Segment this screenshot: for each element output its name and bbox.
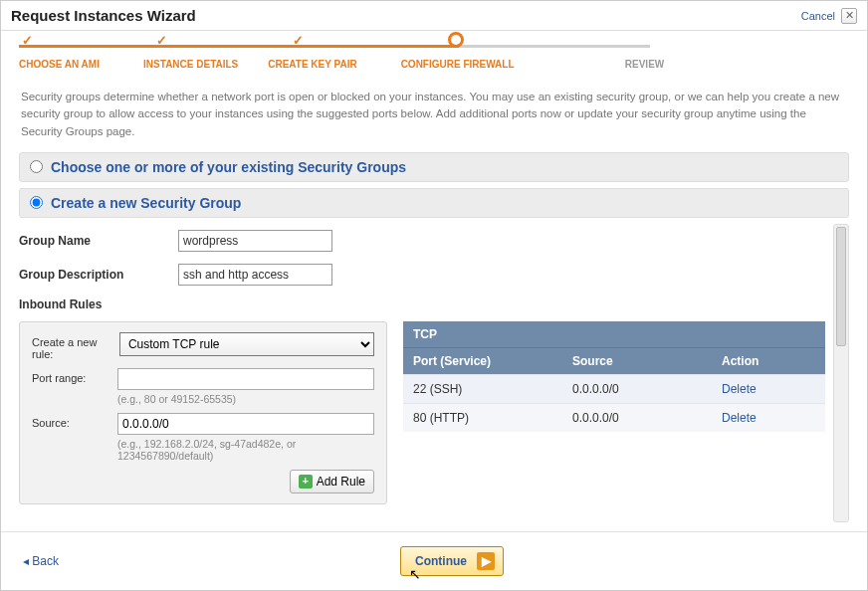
step-instance-details[interactable]: ✓ INSTANCE DETAILS xyxy=(143,41,238,70)
group-name-input[interactable] xyxy=(178,230,332,252)
inbound-rules-heading: Inbound Rules xyxy=(19,292,825,321)
wizard-dialog: Request Instances Wizard Cancel ✕ ✓ CHOO… xyxy=(0,0,868,591)
label-group-name: Group Name xyxy=(19,234,178,248)
cancel-link[interactable]: Cancel xyxy=(801,10,835,22)
cell-action: Delete xyxy=(712,404,825,432)
arrow-right-icon: ▶ xyxy=(477,552,495,570)
step-create-key-pair[interactable]: ✓ CREATE KEY PAIR xyxy=(268,41,356,70)
continue-label: Continue xyxy=(415,554,467,568)
row-group-name: Group Name xyxy=(19,224,825,258)
step-choose-ami[interactable]: ✓ CHOOSE AN AMI xyxy=(19,41,100,70)
scrollbar-thumb[interactable] xyxy=(836,227,846,346)
step-review[interactable]: REVIEW xyxy=(625,41,664,70)
wizard-stepper: ✓ CHOOSE AN AMI ✓ INSTANCE DETAILS ✓ CRE… xyxy=(19,41,849,81)
cell-source: 0.0.0.0/0 xyxy=(562,404,712,432)
cell-port: 22 (SSH) xyxy=(403,375,562,403)
description-text: Security groups determine whether a netw… xyxy=(1,81,867,152)
col-action-header: Action xyxy=(712,348,825,374)
body-area: Group Name Group Description Inbound Rul… xyxy=(19,224,849,504)
plus-icon: + xyxy=(299,475,313,489)
check-icon: ✓ xyxy=(293,33,304,48)
check-icon: ✓ xyxy=(156,33,167,48)
back-link[interactable]: ◂ Back xyxy=(23,554,59,568)
cell-port: 80 (HTTP) xyxy=(403,404,562,432)
delete-link[interactable]: Delete xyxy=(722,411,757,425)
new-rule-form: Create a new rule: Custom TCP rule Port … xyxy=(19,321,387,504)
port-hint: (e.g., 80 or 49152-65535) xyxy=(117,393,374,405)
rules-table-header: TCP Port (Service) Source Action xyxy=(403,321,825,374)
dialog-title: Request Instances Wizard xyxy=(11,7,196,24)
radio-existing[interactable] xyxy=(30,160,43,173)
row-group-desc: Group Description xyxy=(19,258,825,292)
section-create-label: Create a new Security Group xyxy=(51,195,241,211)
close-icon[interactable]: ✕ xyxy=(841,8,857,24)
label-group-desc: Group Description xyxy=(19,268,178,282)
label-source: Source: xyxy=(32,413,117,429)
cell-action: Delete xyxy=(712,375,825,403)
inbound-columns: Create a new rule: Custom TCP rule Port … xyxy=(19,321,825,504)
add-rule-button[interactable]: + Add Rule xyxy=(290,470,374,493)
current-step-icon xyxy=(448,32,464,48)
source-hint: (e.g., 192.168.2.0/24, sg-47ad482e, or 1… xyxy=(117,438,374,462)
wizard-footer: ◂ Back Continue ▶ xyxy=(1,531,867,590)
cell-source: 0.0.0.0/0 xyxy=(562,375,712,403)
check-icon: ✓ xyxy=(22,33,33,48)
table-row: 80 (HTTP)0.0.0.0/0Delete xyxy=(403,403,825,432)
rules-protocol-header: TCP xyxy=(403,321,825,348)
col-port-header: Port (Service) xyxy=(403,348,562,374)
label-port-range: Port range: xyxy=(32,368,117,384)
add-rule-label: Add Rule xyxy=(317,475,365,489)
group-desc-input[interactable] xyxy=(178,264,332,286)
section-existing-groups[interactable]: Choose one or more of your existing Secu… xyxy=(19,152,849,182)
dialog-header: Request Instances Wizard Cancel ✕ xyxy=(1,1,867,31)
delete-link[interactable]: Delete xyxy=(722,382,757,396)
dialog-header-actions: Cancel ✕ xyxy=(801,8,857,24)
rules-table: TCP Port (Service) Source Action 22 (SSH… xyxy=(403,321,825,432)
section-existing-label: Choose one or more of your existing Secu… xyxy=(51,159,406,175)
radio-create[interactable] xyxy=(30,196,43,209)
source-input[interactable] xyxy=(117,413,374,435)
continue-button[interactable]: Continue ▶ xyxy=(400,546,504,576)
step-configure-firewall[interactable]: CONFIGURE FIREWALL xyxy=(401,41,515,70)
table-row: 22 (SSH)0.0.0.0/0Delete xyxy=(403,374,825,403)
section-create-group[interactable]: Create a new Security Group xyxy=(19,188,849,218)
label-create-rule: Create a new rule: xyxy=(32,332,119,360)
rule-type-select[interactable]: Custom TCP rule xyxy=(119,332,374,356)
col-source-header: Source xyxy=(562,348,712,374)
port-range-input[interactable] xyxy=(117,368,374,390)
scrollbar[interactable] xyxy=(833,224,849,522)
